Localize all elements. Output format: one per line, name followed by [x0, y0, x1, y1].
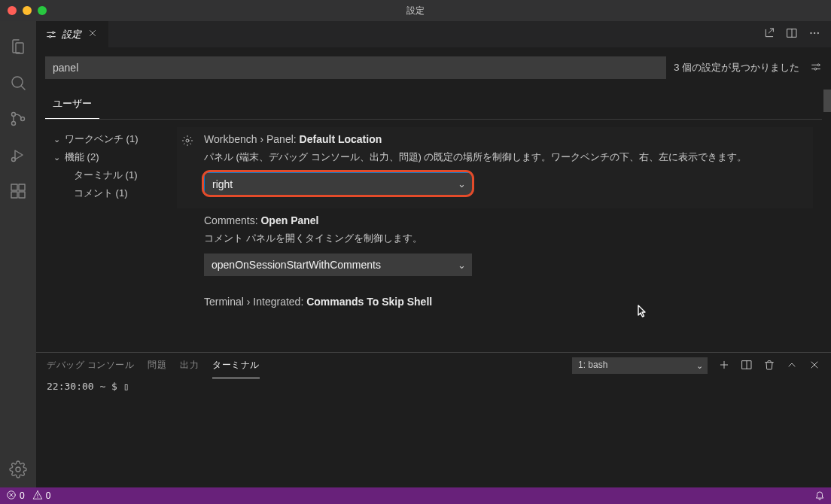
- search-result-count: 3 個の設定が見つかりました: [674, 61, 802, 74]
- more-icon[interactable]: [808, 27, 820, 41]
- svg-point-0: [12, 77, 23, 87]
- toc-terminal[interactable]: ターミナル (1): [51, 166, 177, 184]
- setting-terminal-skip-shell: Terminal › Integrated: Commands To Skip …: [177, 290, 813, 321]
- panel-tab-terminal[interactable]: ターミナル: [212, 353, 260, 378]
- select-value: right: [204, 172, 472, 195]
- titlebar: 設定: [0, 0, 831, 21]
- terminal-selector-value: 1: bash: [572, 357, 708, 374]
- window-title: 設定: [406, 5, 425, 17]
- svg-point-10: [52, 32, 54, 34]
- source-control-icon[interactable]: [0, 101, 36, 137]
- extensions-icon[interactable]: [0, 173, 36, 209]
- activity-bar: [0, 21, 36, 487]
- warnings-icon[interactable]: [32, 490, 43, 502]
- minimize-window-button[interactable]: [23, 6, 32, 15]
- svg-point-11: [49, 35, 51, 38]
- chevron-down-icon: ⌄: [51, 153, 62, 162]
- settings-gear-icon[interactable]: [0, 451, 36, 487]
- panel-tab-problems[interactable]: 問題: [148, 353, 166, 378]
- comments-open-panel-select[interactable]: openOnSessionStartWithComments ⌄: [204, 254, 472, 276]
- gear-icon[interactable]: [181, 135, 193, 149]
- open-changes-icon[interactable]: [763, 27, 775, 41]
- chevron-down-icon: ⌄: [51, 135, 62, 144]
- settings-search-input[interactable]: [45, 56, 666, 79]
- new-terminal-icon[interactable]: [718, 359, 730, 372]
- status-bar: 0 0: [0, 487, 831, 504]
- settings-toc: ⌄ワークベンチ (1) ⌄機能 (2) ターミナル (1) コメント (1): [45, 120, 177, 352]
- svg-point-9: [16, 467, 20, 472]
- svg-point-2: [12, 122, 16, 126]
- toc-features[interactable]: ⌄機能 (2): [51, 148, 177, 166]
- split-terminal-icon[interactable]: [741, 359, 753, 372]
- svg-point-18: [186, 139, 189, 142]
- bottom-panel: デバッグ コンソール 問題 出力 ターミナル 1: bash ⌄: [36, 352, 831, 487]
- maximize-panel-icon[interactable]: [786, 359, 798, 372]
- close-panel-icon[interactable]: [808, 359, 820, 372]
- split-editor-icon[interactable]: [786, 27, 798, 41]
- kill-terminal-icon[interactable]: [763, 359, 775, 372]
- setting-comments-open-panel: Comments: Open Panel コメント パネルを開くタイミングを制御…: [177, 208, 813, 290]
- terminal-prompt: 22:30:00 ~ $ ▯: [47, 381, 129, 392]
- scope-tabs: ユーザー: [45, 91, 822, 120]
- toc-workbench[interactable]: ⌄ワークベンチ (1): [51, 130, 177, 148]
- setting-title: Workbench › Panel: Default Location: [204, 133, 813, 145]
- select-value: openOnSessionStartWithComments: [204, 254, 472, 276]
- toc-comment[interactable]: コメント (1): [51, 184, 177, 202]
- scope-tab-user[interactable]: ユーザー: [45, 91, 99, 119]
- traffic-lights: [0, 6, 47, 15]
- sliders-icon: [45, 29, 57, 41]
- search-icon[interactable]: [0, 65, 36, 101]
- panel-tab-output[interactable]: 出力: [180, 353, 199, 378]
- panel-location-select[interactable]: right ⌄: [204, 172, 472, 195]
- close-icon[interactable]: [86, 26, 99, 42]
- explorer-icon[interactable]: [0, 29, 36, 65]
- close-window-button[interactable]: [8, 6, 17, 15]
- setting-description: パネル (端末、デバッグ コンソール、出力、問題) の既定の場所を制御します。ワ…: [204, 150, 813, 165]
- tab-label: 設定: [62, 28, 81, 41]
- run-debug-icon[interactable]: [0, 137, 36, 173]
- svg-point-15: [817, 32, 818, 33]
- svg-rect-7: [19, 192, 25, 198]
- svg-point-14: [814, 32, 814, 33]
- errors-icon[interactable]: [6, 490, 17, 502]
- notifications-icon[interactable]: [814, 490, 825, 502]
- terminal-body[interactable]: 22:30:00 ~ $ ▯: [36, 378, 831, 487]
- terminal-selector[interactable]: 1: bash ⌄: [572, 357, 708, 374]
- warnings-count: 0: [46, 490, 51, 501]
- tab-settings[interactable]: 設定: [36, 21, 109, 47]
- svg-rect-5: [11, 184, 17, 190]
- scrollbar-thumb[interactable]: [823, 90, 831, 112]
- panel-tab-debug-console[interactable]: デバッグ コンソール: [47, 353, 134, 378]
- errors-count: 0: [20, 490, 25, 501]
- setting-title: Terminal › Integrated: Commands To Skip …: [204, 296, 813, 308]
- maximize-window-button[interactable]: [38, 6, 47, 15]
- svg-rect-6: [11, 192, 17, 198]
- settings-list: Workbench › Panel: Default Location パネル …: [177, 120, 822, 352]
- editor-tabs: 設定: [36, 21, 831, 47]
- setting-title: Comments: Open Panel: [204, 214, 813, 226]
- setting-panel-default-location: Workbench › Panel: Default Location パネル …: [177, 127, 813, 208]
- svg-point-13: [811, 32, 811, 33]
- filter-icon[interactable]: [810, 61, 822, 75]
- svg-rect-8: [19, 184, 25, 190]
- setting-description: コメント パネルを開くタイミングを制御します。: [204, 231, 813, 246]
